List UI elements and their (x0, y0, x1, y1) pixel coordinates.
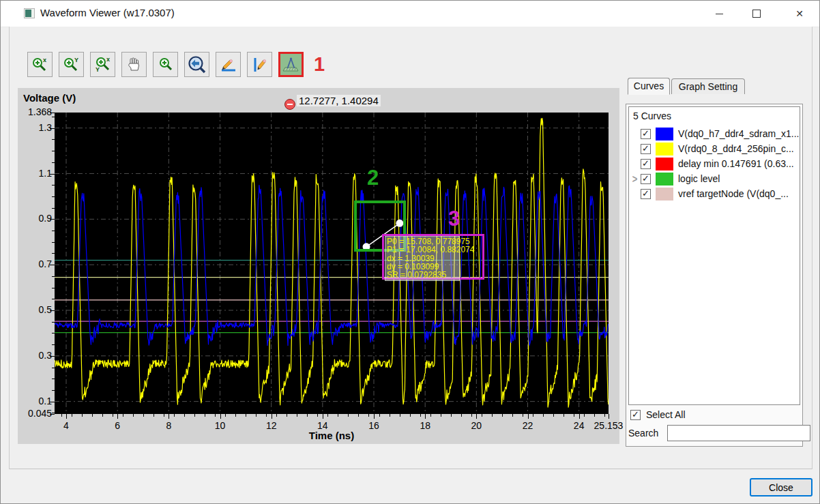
axis-tick (113, 414, 113, 417)
zoom-previous-icon (187, 55, 207, 75)
cursor-marker[interactable] (284, 99, 295, 110)
axis-tick-label: 22 (501, 420, 555, 431)
axis-tick-label: 10 (193, 420, 248, 431)
axis-tick-label: 6 (90, 420, 145, 431)
axis-tick (523, 414, 523, 417)
annotation-label-2: 2 (367, 166, 379, 190)
axis-tick (215, 414, 216, 417)
curve-checkbox-2[interactable]: ✓ (641, 144, 651, 154)
axis-tick (266, 414, 267, 417)
close-window-button[interactable]: ✕ (785, 1, 815, 27)
slope-measurement-tooltip: P0 = 15.708, 0.778975 P1 = 17.0084, 0.88… (385, 236, 460, 281)
zoom-x-button[interactable]: x (27, 52, 53, 77)
curve-checkbox-4[interactable]: ✓ (641, 174, 651, 184)
curve-row-5[interactable]: ✓ vref targetNode (V(dq0_... (629, 186, 800, 201)
axis-tick (72, 414, 72, 417)
minimize-button[interactable] (704, 1, 734, 27)
axis-tick (410, 414, 411, 417)
axis-tick-label: 1.1 (18, 168, 52, 179)
axis-tick (471, 414, 472, 417)
curve-row-1[interactable]: ✓ V(dq0_h7_ddr4_sdram_x1... (629, 126, 800, 141)
horizontal-marker-pencil-icon (220, 56, 237, 74)
titlebar: Waveform Viewer (w17.0307) ✕ (1, 1, 819, 27)
axis-tick (579, 414, 580, 419)
horizontal-marker-button[interactable] (216, 52, 241, 77)
curve-row-4[interactable]: > ✓ logic level (629, 171, 800, 186)
curves-tab-pane: 5 Curves ✓ V(dq0_h7_ddr4_sdram_x1... ✓ V… (626, 104, 803, 447)
axis-tick (563, 414, 564, 417)
pan-button[interactable] (121, 52, 147, 77)
plot-canvas[interactable]: 2 3 P0 = 15.708, 0.778975 P1 = 17.0084, … (55, 113, 609, 414)
maximize-button[interactable] (742, 1, 772, 27)
axis-tick-label: 14 (295, 420, 350, 431)
app-icon (24, 8, 35, 18)
curve-row-3[interactable]: ✓ delay min 0.147691 (0.63... (629, 156, 800, 171)
zoom-y-icon: Y (63, 56, 80, 74)
axis-tick (102, 414, 103, 417)
axis-tick (164, 414, 164, 417)
svg-text:Y: Y (96, 66, 100, 73)
close-button[interactable]: Close (750, 478, 812, 496)
axis-tick (235, 414, 236, 417)
axis-tick (604, 414, 605, 417)
axis-tick (184, 414, 185, 417)
zoom-in-icon (157, 56, 175, 74)
axis-tick-label: 16 (347, 420, 401, 431)
axis-tick (574, 414, 574, 417)
curve-checkbox-5[interactable]: ✓ (641, 189, 651, 199)
zoom-in-button[interactable] (153, 52, 178, 77)
tab-curves-label-active: Curves (634, 80, 664, 91)
slope-measure-button[interactable] (278, 52, 304, 77)
axis-tick (225, 414, 226, 417)
curve-row-2[interactable]: ✓ V(rdq0_8_ddr4_256pin_c... (629, 141, 800, 156)
axis-tick (205, 414, 205, 417)
vertical-marker-button[interactable] (247, 52, 272, 77)
zoom-xy-button[interactable]: x Y (90, 52, 115, 77)
axis-tick (272, 414, 272, 419)
curve-checkbox-3[interactable]: ✓ (641, 159, 651, 169)
select-all-checkbox[interactable]: ✓ (630, 410, 641, 420)
axis-tick (307, 414, 308, 417)
axis-tick (323, 414, 323, 419)
axis-tick-label: 0.5 (18, 304, 52, 315)
close-icon: ✕ (795, 9, 804, 18)
zoom-x-icon: x (31, 56, 49, 74)
curve-label-1: V(dq0_h7_ddr4_sdram_x1... (678, 128, 799, 139)
zoom-xy-icon: x Y (94, 56, 112, 74)
axis-tick (528, 414, 529, 419)
tab-curves-active-overlay[interactable]: Curves (628, 78, 670, 95)
curve-checkbox-1[interactable]: ✓ (641, 129, 651, 139)
axis-tick (317, 414, 318, 417)
waveform-viewer-window: Waveform Viewer (w17.0307) ✕ x Y (0, 0, 820, 504)
zoom-y-button[interactable]: Y (59, 52, 84, 77)
search-input[interactable] (667, 425, 810, 441)
axis-tick (117, 414, 118, 419)
search-row: Search (628, 425, 810, 441)
curve-label-3: delay min 0.147691 (0.63... (678, 158, 794, 169)
curve-count-label: 5 Curves (633, 110, 800, 121)
axis-tick (287, 414, 287, 417)
axis-tick (609, 414, 609, 419)
axis-tick (246, 414, 246, 417)
axis-tick (451, 414, 452, 417)
axis-tick (553, 414, 554, 417)
cursor-readout: 12.7277, 1.40294 (297, 95, 381, 106)
tab-graph-setting[interactable]: Graph Setting (671, 78, 745, 94)
axis-tick (194, 414, 195, 417)
axis-tick-label: 18 (398, 420, 452, 431)
axis-tick (425, 414, 426, 419)
annotation-label-3: 3 (448, 207, 460, 231)
axis-tick (66, 414, 67, 419)
plot-widget: Voltage (V) Time (ns) 468101214161820222… (18, 88, 619, 444)
zoom-previous-button[interactable] (184, 52, 209, 77)
axis-tick (92, 414, 93, 417)
axis-tick (220, 414, 221, 419)
axis-tick (374, 414, 375, 419)
axis-tick (327, 414, 328, 417)
waveform-svg (55, 113, 609, 414)
curve-color-swatch-5 (656, 188, 673, 201)
curve-label-4: logic level (678, 173, 720, 184)
content-frame: x Y x Y (9, 27, 812, 469)
axis-tick-label: 4 (39, 420, 93, 431)
expand-chevron-icon[interactable]: > (629, 173, 641, 185)
